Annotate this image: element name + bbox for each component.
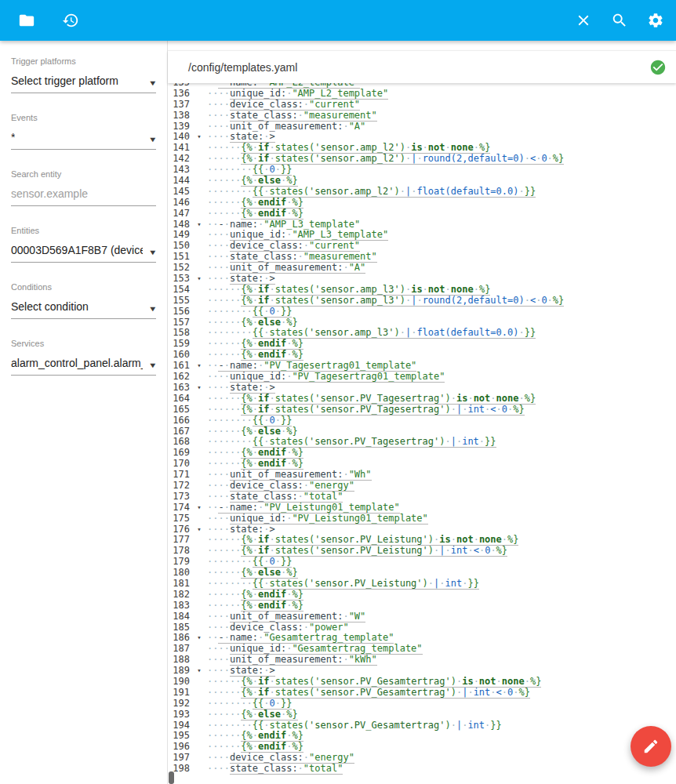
services-dropdown[interactable]: alarm_control_panel.alarm_ar...▼: [11, 357, 156, 376]
search-button[interactable]: [605, 6, 634, 34]
code-line[interactable]: 194········{{·states('sensor.PV_Gesamter…: [168, 720, 676, 731]
fold-gutter: [193, 394, 205, 405]
code-line[interactable]: 156········{{·0·}}: [168, 307, 676, 318]
fold-gutter: [193, 405, 205, 416]
conditions-dropdown[interactable]: Select condition▼: [11, 300, 156, 319]
code-text: ······{%·if·states('sensor.PV_Tagesertra…: [205, 394, 676, 405]
code-line[interactable]: 146······{%·endif·%}: [168, 198, 676, 209]
code-line[interactable]: 149····unique_id:·"AMP_L3_template": [168, 230, 676, 241]
code-line[interactable]: 154······{%·if·states('sensor.amp_l3')·i…: [168, 285, 676, 296]
code-line[interactable]: 139····unit_of_measurement:·"A": [168, 122, 676, 132]
code-line[interactable]: 144······{%·else·%}: [168, 176, 676, 187]
code-line[interactable]: 155······{%·if·states('sensor.amp_l3')·|…: [168, 296, 676, 307]
code-line[interactable]: 171····unit_of_measurement:·"Wh": [168, 470, 676, 481]
entities-dropdown[interactable]: 00003D569A1F8B7 (device_tr...▼: [11, 244, 156, 263]
trigger-platform-dropdown[interactable]: Select trigger platform▼: [11, 74, 156, 93]
code-line[interactable]: 186▾··-·name:·"Gesamtertrag_template": [168, 633, 676, 644]
code-line[interactable]: 160······{%·endif·%}: [168, 350, 676, 361]
fold-toggle-icon[interactable]: ▾: [193, 132, 205, 143]
fold-gutter: [193, 372, 205, 383]
fold-toggle-icon[interactable]: ▾: [193, 274, 205, 285]
code-line[interactable]: 137····device_class:·"current": [168, 100, 676, 111]
code-line[interactable]: 161▾··-·name:·"PV_Tagesertrag01_template…: [168, 361, 676, 372]
search-entity-input[interactable]: sensor.example: [11, 187, 156, 206]
indent-whitespace: ····: [207, 655, 230, 665]
code-line[interactable]: 159······{%·endif·%}: [168, 339, 676, 350]
code-line[interactable]: 142······{%·if·states('sensor.amp_l2')·|…: [168, 154, 676, 165]
code-line[interactable]: 138····state_class:·"measurement": [168, 111, 676, 122]
code-line[interactable]: 163▾····state:·>: [168, 383, 676, 394]
fold-toggle-icon[interactable]: ▾: [193, 220, 205, 230]
code-line[interactable]: 153▾····state:·>: [168, 274, 676, 285]
code-line[interactable]: 192········{{·0·}}: [168, 699, 676, 710]
code-line[interactable]: 188····unit_of_measurement:·"kWh": [168, 655, 676, 666]
events-dropdown[interactable]: *▼: [11, 131, 156, 150]
code-line[interactable]: 165······{%·if·states('sensor.PV_Tageser…: [168, 405, 676, 416]
code-line[interactable]: 143········{{·0·}}: [168, 165, 676, 176]
code-line[interactable]: 180······{%·else·%}: [168, 568, 676, 579]
code-text: ··-·name:·"Gesamtertrag_template": [205, 633, 676, 644]
code-line[interactable]: 152····unit_of_measurement:·"A": [168, 263, 676, 274]
code-line[interactable]: 177······{%·if·states('sensor.PV_Leistun…: [168, 535, 676, 546]
code-line[interactable]: 197····device_class:·"energy": [168, 753, 676, 764]
edit-fab-button[interactable]: [631, 726, 671, 767]
code-line[interactable]: 198····state_class:·"total": [168, 764, 676, 775]
code-line[interactable]: 145········{{·states('sensor.amp_l2')·|·…: [168, 187, 676, 198]
code-editor[interactable]: 135··-·name:·"AMP_L2_template"136····uni…: [168, 83, 676, 784]
code-line[interactable]: 179········{{·0·}}: [168, 557, 676, 568]
code-text: ····device_class:·"energy": [205, 753, 676, 764]
sidebar-group-services: Servicesalarm_control_panel.alarm_ar...▼: [11, 339, 156, 376]
open-folder-button[interactable]: [13, 6, 41, 34]
code-line[interactable]: 170······{%·endif·%}: [168, 459, 676, 470]
code-line[interactable]: 195······{%·endif·%}: [168, 731, 676, 742]
code-line[interactable]: 164······{%·if·states('sensor.PV_Tageser…: [168, 394, 676, 405]
code-line[interactable]: 187····unique_id:·"Gesamtertrag_template…: [168, 644, 676, 655]
code-line[interactable]: 182······{%·endif·%}: [168, 590, 676, 601]
code-line[interactable]: 158········{{·states('sensor.amp_l3')·|·…: [168, 328, 676, 339]
code-line[interactable]: 135··-·name:·"AMP_L2_template": [168, 83, 676, 89]
code-line[interactable]: 175····unique_id:·"PV_Leistung01_templat…: [168, 514, 676, 524]
code-line[interactable]: 151····state_class:·"measurement": [168, 252, 676, 263]
sidebar: Trigger platformsSelect trigger platform…: [0, 41, 167, 784]
code-line[interactable]: 147······{%·endif·%}: [168, 209, 676, 220]
line-number: 193: [168, 710, 193, 720]
fold-toggle-icon[interactable]: ▾: [193, 524, 205, 535]
code-line[interactable]: 191······{%·if·states('sensor.PV_Gesamte…: [168, 688, 676, 699]
code-line[interactable]: 178······{%·if·states('sensor.PV_Leistun…: [168, 546, 676, 557]
fold-toggle-icon[interactable]: ▾: [193, 361, 205, 372]
code-line[interactable]: 193······{%·else·%}: [168, 710, 676, 720]
code-line[interactable]: 176▾····state:·>: [168, 524, 676, 535]
line-number: 165: [168, 405, 193, 416]
code-line[interactable]: 181········{{·states('sensor.PV_Leistung…: [168, 579, 676, 590]
close-button[interactable]: [569, 6, 598, 34]
code-line[interactable]: 172····device_class:·"energy": [168, 481, 676, 492]
code-line[interactable]: 148▾··-·name:·"AMP_L3_template": [168, 220, 676, 230]
code-line[interactable]: 169······{%·endif·%}: [168, 448, 676, 459]
fold-toggle-icon[interactable]: ▾: [193, 503, 205, 514]
code-line[interactable]: 189▾····state:·>: [168, 666, 676, 677]
code-line[interactable]: 166········{{·0·}}: [168, 416, 676, 426]
code-line[interactable]: 184····unit_of_measurement:·"W": [168, 612, 676, 622]
code-line[interactable]: 162····unique_id:·"PV_Tagesertrag01_temp…: [168, 372, 676, 383]
indent-whitespace: ····: [207, 230, 230, 240]
code-line[interactable]: 196······{%·endif·%}: [168, 742, 676, 753]
code-line[interactable]: 174▾··-·name:·"PV_Leistung01_template": [168, 503, 676, 514]
code-line[interactable]: 167······{%·else·%}: [168, 426, 676, 437]
fold-toggle-icon[interactable]: ▾: [193, 666, 205, 677]
code-line[interactable]: 157······{%·else·%}: [168, 318, 676, 328]
code-line[interactable]: 185····device_class:·"power": [168, 622, 676, 633]
code-line[interactable]: 150····device_class:·"current": [168, 241, 676, 252]
code-text: ····device_class:·"current": [205, 241, 676, 252]
history-button[interactable]: [56, 6, 85, 34]
code-line[interactable]: 173····state_class:·"total": [168, 492, 676, 503]
scrollbar-thumb[interactable]: [169, 771, 174, 784]
code-line[interactable]: 168········{{·states('sensor.PV_Tagesert…: [168, 437, 676, 448]
fold-toggle-icon[interactable]: ▾: [193, 383, 205, 394]
fold-toggle-icon[interactable]: ▾: [193, 633, 205, 644]
code-line[interactable]: 183······{%·endif·%}: [168, 601, 676, 612]
settings-button[interactable]: [641, 6, 670, 34]
code-line[interactable]: 141······{%·if·states('sensor.amp_l2')·i…: [168, 143, 676, 154]
code-line[interactable]: 136····unique_id:·"AMP_L2_template": [168, 89, 676, 100]
code-line[interactable]: 190······{%·if·states('sensor.PV_Gesamte…: [168, 677, 676, 688]
code-line[interactable]: 140▾····state:·>: [168, 132, 676, 143]
